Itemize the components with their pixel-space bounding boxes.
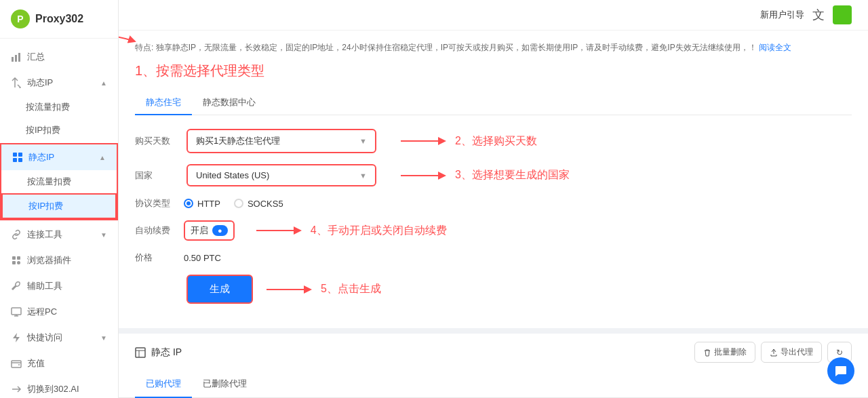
generate-button[interactable]: 生成 [186, 275, 253, 304]
step3-annotation-area: 3、选择想要生成的国家 [401, 167, 570, 184]
sidebar-item-dynamic-ip[interactable]: 动态IP ▲ [0, 70, 118, 96]
svg-text:P: P [17, 14, 23, 24]
puzzle-icon [11, 255, 22, 266]
logo-area: P Proxy302 [0, 0, 118, 39]
protocol-radio-group: HTTP SOCKS5 [184, 199, 283, 209]
monitor-icon [11, 306, 22, 317]
arrows-icon [11, 77, 22, 88]
radio-dot-socks5 [234, 199, 243, 208]
toggle-inner: ● [218, 226, 222, 235]
sidebar-item-ip-billing[interactable]: 按IP扣费 [0, 119, 118, 142]
delete-icon [703, 349, 711, 357]
refresh-icon: ↻ [836, 348, 843, 357]
svg-rect-12 [12, 261, 16, 264]
sub-tabs: 已购代理 已删除代理 [119, 371, 868, 398]
form-fields: 购买天数 购买1天静态住宅代理 ▼ 2、选择购买天数 [135, 129, 852, 304]
sidebar-label-connect-tools: 连接工具 [27, 228, 62, 241]
tab-static-residential[interactable]: 静态住宅 [135, 91, 192, 115]
svg-marker-17 [13, 333, 20, 342]
grid-icon [12, 152, 23, 163]
radio-label-socks5: SOCKS5 [248, 199, 283, 209]
arrow-step2-svg [401, 133, 455, 149]
section-title: 静态 IP [135, 346, 182, 359]
svg-rect-18 [12, 361, 21, 367]
svg-rect-6 [13, 153, 17, 157]
sub-tab-purchased[interactable]: 已购代理 [135, 371, 192, 398]
sidebar-item-quick-access[interactable]: 快捷访问 ▼ [0, 325, 118, 351]
chevron-down-icon-connect: ▼ [100, 231, 107, 239]
static-ip-group: 静态IP ▲ 按流量扣费 按IP扣费 [0, 143, 118, 220]
radio-http[interactable]: HTTP [184, 199, 220, 209]
sidebar-label-browser-plugin: 浏览器插件 [27, 254, 71, 266]
price-value: 0.50 PTC [184, 253, 221, 263]
svg-rect-9 [18, 158, 22, 162]
svg-rect-3 [15, 55, 17, 62]
country-select[interactable]: United States (US) ▼ [186, 164, 376, 186]
country-label: 国家 [135, 170, 176, 182]
export-proxy-button[interactable]: 导出代理 [761, 342, 822, 363]
select-arrow-days: ▼ [359, 137, 367, 145]
sidebar-nav: 汇总 动态IP ▲ 按流量扣费 按IP扣费 静态IP ▲ [0, 39, 118, 398]
sidebar-item-static-ip[interactable]: 静态IP ▲ [1, 144, 117, 170]
bulk-delete-button[interactable]: 批量删除 [694, 342, 755, 363]
sidebar-label-static-ip-billing: 按IP扣费 [28, 201, 63, 211]
sidebar-item-assist-tools[interactable]: 辅助工具 [0, 273, 118, 299]
sub-tab-deleted[interactable]: 已删除代理 [192, 371, 258, 398]
chat-bubble[interactable] [827, 357, 854, 384]
sidebar-item-static-traffic[interactable]: 按流量扣费 [1, 170, 117, 193]
sidebar-item-remote-pc[interactable]: 远程PC [0, 299, 118, 325]
arrow-step3-svg [401, 167, 455, 184]
features-link[interactable]: 阅读全文 [759, 43, 791, 52]
svg-rect-10 [12, 256, 16, 260]
auto-renewal-label: 自动续费 [135, 224, 176, 237]
sidebar-item-recharge[interactable]: 充值 [0, 351, 118, 376]
generate-wrap: 生成 5、点击生成 [135, 275, 852, 304]
country-row: 国家 United States (US) ▼ 3、选择想要生成的国家 [135, 164, 852, 186]
step5-annotation-area: 5、点击生成 [267, 281, 381, 298]
main-area: 新用户引导 文 特点: 独享静态IP，无限流量，长效稳定，固定的IP地址，24小… [119, 0, 868, 398]
sidebar-label-ip-billing: 按IP扣费 [26, 125, 60, 135]
chevron-up-icon-static: ▲ [99, 154, 106, 161]
wrench-icon [11, 281, 22, 292]
sidebar-label-static-ip: 静态IP [28, 151, 54, 163]
svg-rect-4 [18, 53, 20, 62]
auto-renewal-toggle[interactable]: ● [212, 225, 228, 236]
svg-rect-2 [12, 57, 14, 62]
sidebar-item-connect-tools[interactable]: 连接工具 ▼ [0, 222, 118, 247]
brand-name: Proxy302 [35, 13, 83, 25]
sidebar-item-static-ip-billing[interactable]: 按IP扣费 [1, 193, 117, 219]
features-bar: 特点: 独享静态IP，无限流量，长效稳定，固定的IP地址，24小时保持住宿稳定代… [135, 41, 852, 54]
sidebar-label-traffic-billing: 按流量扣费 [26, 102, 70, 112]
sidebar-item-switch-302ai[interactable]: 切换到302.AI [0, 376, 118, 398]
tab-static-datacenter[interactable]: 静态数据中心 [192, 91, 267, 115]
translate-icon[interactable]: 文 [812, 7, 825, 23]
sidebar-label-remote-pc: 远程PC [27, 306, 57, 318]
user-avatar[interactable] [833, 5, 852, 24]
chevron-down-icon-quick: ▼ [100, 334, 107, 342]
sidebar-item-browser-plugin[interactable]: 浏览器插件 [0, 247, 118, 273]
sidebar: P Proxy302 汇总 动态IP ▲ 按流量扣费 按IP扣费 [0, 0, 119, 398]
chart-icon [11, 52, 22, 62]
step2-annotation: 2、选择购买天数 [455, 134, 537, 148]
proxy-type-tabs: 静态住宅 静态数据中心 [135, 91, 852, 115]
sidebar-item-traffic-billing[interactable]: 按流量扣费 [0, 96, 118, 119]
buy-days-select[interactable]: 购买1天静态住宅代理 ▼ [186, 129, 376, 153]
sidebar-label-dashboard: 汇总 [27, 51, 45, 63]
switch-icon [11, 384, 22, 395]
step4-annotation-area: 4、手动开启或关闭自动续费 [256, 222, 447, 239]
sidebar-label-recharge: 充值 [27, 357, 45, 370]
page-form-area: 特点: 独享静态IP，无限流量，长效稳定，固定的IP地址，24小时保持住宿稳定代… [119, 31, 868, 328]
link-icon [11, 229, 22, 240]
buy-days-row: 购买天数 购买1天静态住宅代理 ▼ 2、选择购买天数 [135, 129, 852, 153]
svg-rect-25 [136, 348, 145, 357]
step4-annotation: 4、手动开启或关闭自动续费 [311, 224, 447, 238]
sidebar-label-switch-302ai: 切换到302.AI [27, 383, 79, 395]
sidebar-item-dashboard[interactable]: 汇总 [0, 44, 118, 70]
new-user-guide-link[interactable]: 新用户引导 [760, 9, 804, 21]
radio-socks5[interactable]: SOCKS5 [234, 199, 283, 209]
logo-icon: P [11, 9, 30, 28]
section-title-text: 静态 IP [151, 346, 182, 359]
svg-point-19 [18, 364, 20, 365]
protocol-label: 协议类型 [135, 197, 176, 210]
svg-rect-14 [12, 308, 21, 315]
